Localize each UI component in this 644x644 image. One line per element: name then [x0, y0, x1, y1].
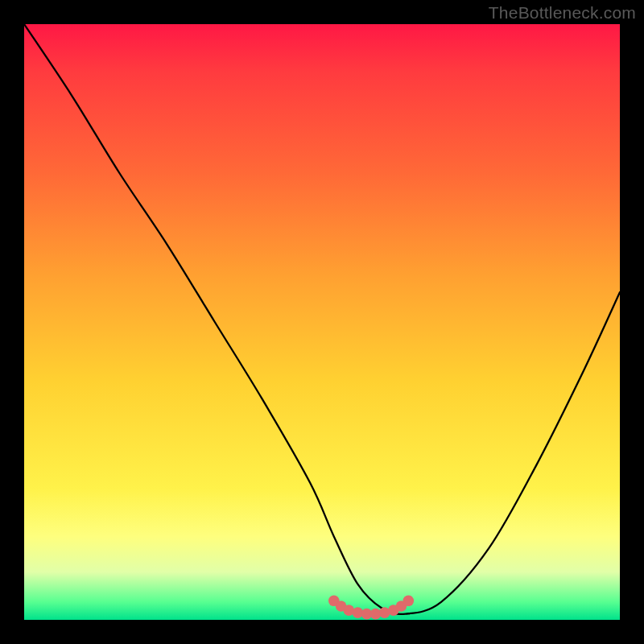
bottom-marker	[403, 596, 415, 607]
plot-area	[24, 24, 620, 620]
bottleneck-curve	[24, 24, 620, 614]
chart-frame: TheBottleneck.com	[0, 0, 644, 644]
watermark-text: TheBottleneck.com	[489, 3, 636, 23]
chart-svg	[24, 24, 620, 620]
